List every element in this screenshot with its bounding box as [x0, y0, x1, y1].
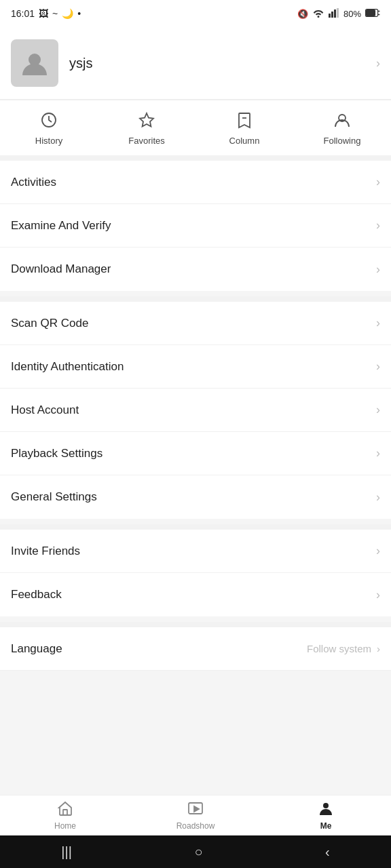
menu-item-activities[interactable]: Activities › [0, 161, 391, 204]
history-icon [40, 111, 58, 132]
nav-following-label: Following [324, 136, 361, 146]
favorites-icon [138, 111, 155, 132]
download-manager-label: Download Manager [11, 262, 111, 276]
general-settings-label: General Settings [11, 490, 97, 504]
nav-favorites[interactable]: Favorites [98, 100, 196, 155]
general-settings-chevron-icon: › [376, 490, 380, 505]
home-icon [57, 801, 73, 818]
svg-marker-10 [140, 113, 153, 127]
svg-rect-3 [337, 8, 339, 18]
status-bar: 16:01 🖼 ~ 🌙 • 🔇 80% [0, 0, 391, 27]
menu-item-download-manager[interactable]: Download Manager › [0, 248, 391, 291]
language-label: Language [11, 642, 62, 656]
svg-rect-7 [367, 9, 375, 16]
host-account-chevron-icon: › [376, 403, 380, 417]
signal-icon [329, 8, 339, 20]
feedback-label: Feedback [11, 588, 62, 601]
examine-verify-chevron-icon: › [376, 218, 380, 233]
svg-rect-13 [63, 810, 67, 815]
menu-item-invite-friends[interactable]: Invite Friends › [0, 530, 391, 573]
photo-icon: 🖼 [39, 8, 48, 19]
menu-group-2: Scan QR Code › Identity Authentication ›… [0, 302, 391, 519]
status-right: 🔇 80% [297, 8, 380, 20]
bottom-nav-me-label: Me [320, 821, 332, 831]
language-chevron-icon: › [377, 643, 380, 654]
identity-auth-label: Identity Authentication [11, 360, 124, 374]
system-nav: ||| ○ ‹ [0, 835, 391, 868]
nav-favorites-label: Favorites [128, 136, 164, 146]
nav-history-label: History [35, 136, 62, 146]
column-icon [236, 111, 253, 132]
invite-friends-label: Invite Friends [11, 545, 80, 558]
following-icon [333, 111, 351, 132]
profile-section[interactable]: ysjs › [0, 27, 391, 100]
bottom-nav-roadshow-label: Roadshow [176, 821, 215, 831]
feedback-chevron-icon: › [376, 588, 380, 602]
invite-friends-chevron-icon: › [376, 544, 380, 558]
scan-qr-chevron-icon: › [376, 316, 380, 330]
svg-marker-15 [194, 806, 199, 812]
status-left: 16:01 🖼 ~ 🌙 • [11, 8, 81, 19]
profile-chevron-icon: › [376, 56, 380, 71]
divider-3 [0, 622, 391, 627]
vpn-icon: 🌙 [62, 8, 73, 19]
activities-label: Activities [11, 176, 56, 189]
svg-point-16 [323, 803, 329, 808]
svg-rect-0 [329, 14, 331, 18]
dot-icon: • [77, 8, 81, 19]
nav-column[interactable]: Column [196, 100, 293, 155]
download-manager-chevron-icon: › [376, 262, 380, 277]
system-home-button[interactable]: ○ [194, 844, 202, 860]
divider-1 [0, 296, 391, 302]
menu-group-1: Activities › Examine And Verify › Downlo… [0, 161, 391, 291]
bottom-nav-home[interactable]: Home [0, 795, 130, 835]
host-account-label: Host Account [11, 403, 79, 417]
divider-2 [0, 524, 391, 530]
bottom-nav-roadshow[interactable]: Roadshow [130, 795, 261, 835]
playback-settings-chevron-icon: › [376, 446, 380, 460]
nav-column-label: Column [229, 136, 260, 146]
system-back-button[interactable]: ‹ [325, 844, 330, 860]
nav-history[interactable]: History [0, 100, 98, 155]
roadshow-icon [187, 801, 204, 818]
bottom-nav: Home Roadshow Me [0, 795, 391, 835]
menu-item-language[interactable]: Language Follow system › [0, 627, 391, 671]
menu-item-general-settings[interactable]: General Settings › [0, 475, 391, 519]
menu-item-scan-qr[interactable]: Scan QR Code › [0, 302, 391, 345]
avatar [11, 39, 58, 87]
wifi-icon [312, 8, 324, 20]
menu-item-identity-auth[interactable]: Identity Authentication › [0, 345, 391, 389]
battery: 80% [343, 9, 361, 19]
profile-username: ysjs [69, 56, 376, 71]
mute-icon: 🔇 [297, 9, 308, 19]
me-icon [318, 801, 334, 818]
language-sub-text: Follow system [307, 643, 371, 654]
bottom-nav-home-label: Home [54, 821, 76, 831]
quick-nav: History Favorites Column Following [0, 100, 391, 161]
menu-item-playback-settings[interactable]: Playback Settings › [0, 432, 391, 475]
language-right: Follow system › [307, 643, 380, 654]
scan-qr-label: Scan QR Code [11, 317, 88, 330]
system-menu-button[interactable]: ||| [61, 844, 72, 860]
menu-group-4: Language Follow system › [0, 627, 391, 671]
battery-icon [365, 9, 380, 19]
menu-item-feedback[interactable]: Feedback › [0, 573, 391, 616]
sim-icon: ~ [52, 8, 58, 19]
examine-verify-label: Examine And Verify [11, 219, 111, 233]
bottom-nav-me[interactable]: Me [261, 795, 391, 835]
menu-group-3: Invite Friends › Feedback › [0, 530, 391, 616]
svg-rect-1 [331, 12, 333, 18]
menu-item-host-account[interactable]: Host Account › [0, 389, 391, 432]
avatar-icon [21, 50, 48, 77]
nav-following[interactable]: Following [293, 100, 391, 155]
time: 16:01 [11, 8, 35, 19]
menu-item-examine-verify[interactable]: Examine And Verify › [0, 204, 391, 248]
activities-chevron-icon: › [376, 175, 380, 189]
svg-rect-2 [334, 9, 336, 18]
playback-settings-label: Playback Settings [11, 447, 103, 460]
identity-auth-chevron-icon: › [376, 359, 380, 374]
